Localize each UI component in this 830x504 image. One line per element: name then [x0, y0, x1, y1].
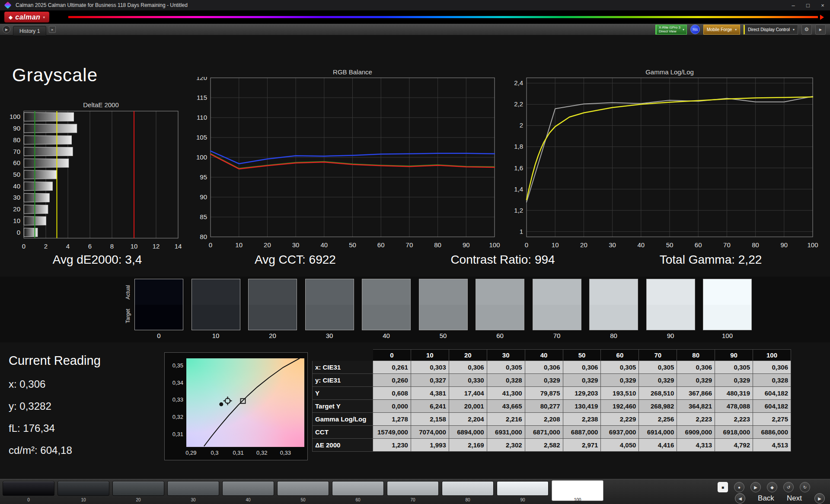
level-button-90[interactable] — [497, 481, 549, 496]
table-cell: 6918,000 — [715, 426, 753, 439]
table-cell: 0,328 — [487, 374, 525, 387]
svg-text:10: 10 — [552, 241, 559, 249]
table-row: CCT15749,0007074,0006894,0006931,0006871… — [313, 426, 791, 439]
gamma-chart-title: Gamma Log/Log — [527, 68, 813, 76]
table-cell: 6909,000 — [677, 426, 715, 439]
svg-text:90: 90 — [200, 193, 207, 201]
calman-app: Calman 2025 Calman Ultimate for Business… — [0, 0, 830, 504]
grayscale-swatch-50 — [419, 279, 468, 330]
maximize-button[interactable]: □ — [801, 0, 815, 10]
deltae-chart-title: DeltaE 2000 — [24, 101, 178, 108]
level-button-80[interactable] — [442, 481, 494, 496]
swatch-target — [192, 305, 240, 330]
redo-icon[interactable]: ↻ — [800, 482, 810, 492]
table-cell: 1,993 — [411, 439, 449, 452]
chevron-down-icon: ▾ — [683, 28, 684, 32]
title-bar: Calman 2025 Calman Ultimate for Business… — [0, 0, 830, 10]
level-button-20[interactable] — [112, 481, 164, 496]
level-button-70[interactable] — [387, 481, 439, 496]
target-icon[interactable]: ◆ — [767, 482, 777, 492]
history-more-button[interactable]: ▸ — [49, 26, 56, 33]
level-button-10[interactable] — [57, 481, 109, 496]
svg-text:1: 1 — [520, 228, 523, 235]
back-button[interactable]: Back — [758, 494, 774, 503]
meter-mode-badge[interactable]: 701 — [690, 25, 700, 34]
table-cell: 4,792 — [715, 439, 753, 452]
gear-icon[interactable]: ⚙ — [801, 25, 812, 35]
swatch-target — [362, 305, 410, 330]
reading-fl: fL: 176,34 — [9, 422, 101, 434]
table-cell: 0,306 — [449, 361, 487, 374]
svg-text:40: 40 — [13, 182, 20, 190]
grayscale-swatch-100 — [703, 279, 752, 330]
swatch-actual — [249, 279, 297, 305]
table-row-label: Target Y — [313, 400, 373, 413]
table-row-label: ΔE 2000 — [313, 439, 373, 452]
history-expand-button[interactable]: ▶ — [3, 26, 10, 33]
svg-text:115: 115 — [197, 94, 207, 101]
display-control-dropdown[interactable]: Direct Display Control ▾ — [744, 25, 798, 35]
svg-text:50: 50 — [13, 171, 20, 178]
calman-logo-menu[interactable]: ◆ calman ▾ — [4, 12, 49, 22]
table-cell: 4,513 — [753, 439, 791, 452]
table-cell: 0,329 — [677, 374, 715, 387]
minimize-button[interactable]: – — [786, 0, 801, 10]
svg-text:14: 14 — [175, 242, 182, 250]
table-row: Gamma Log/Log1,2782,1582,2042,2162,2082,… — [313, 413, 791, 426]
screen-icon[interactable]: ■ — [718, 482, 728, 492]
table-col-header: 10 — [411, 350, 449, 361]
rainbow-arrow-icon — [820, 15, 824, 20]
level-button-60[interactable] — [332, 481, 384, 496]
tab-history-1[interactable]: History 1 — [13, 26, 46, 35]
table-cell: 0,261 — [373, 361, 411, 374]
table-cell: 0,306 — [525, 361, 563, 374]
table-cell: 6937,000 — [601, 426, 639, 439]
meter-line1: X-Rite i1Pro 3 — [659, 26, 680, 29]
level-button-50[interactable] — [277, 481, 329, 496]
toolbar: ▶ History 1 ▸ X-Rite i1Pro 3 Direct View… — [0, 24, 830, 35]
svg-text:30: 30 — [292, 241, 300, 249]
next-circle-icon[interactable]: ▶ — [814, 493, 825, 504]
collapse-panel-button[interactable]: ▸ — [815, 25, 826, 35]
table-cell: 0,330 — [449, 374, 487, 387]
level-button-30[interactable] — [167, 481, 219, 496]
calman-logo-text: calman — [15, 13, 40, 21]
next-button[interactable]: Next — [787, 494, 802, 503]
svg-text:0,29: 0,29 — [185, 450, 196, 456]
level-label: 20 — [112, 498, 164, 502]
level-button-0[interactable] — [3, 481, 54, 496]
refresh-icon[interactable]: ↺ — [783, 482, 794, 492]
back-circle-icon[interactable]: ◀ — [735, 493, 745, 504]
svg-text:0,35: 0,35 — [172, 362, 183, 369]
level-label: 0 — [3, 498, 54, 502]
swatch-target — [419, 305, 467, 330]
table-cell: 2,256 — [639, 413, 677, 426]
table-cell: 2,216 — [487, 413, 525, 426]
swatch-target — [703, 305, 751, 330]
table-row: Y0,6084,38117,40441,30079,875129,203193,… — [313, 387, 791, 400]
table-cell: 15749,000 — [373, 426, 411, 439]
level-button-40[interactable] — [222, 481, 274, 496]
table-corner — [313, 350, 373, 361]
window-title: Calman 2025 Calman Ultimate for Business… — [16, 2, 188, 8]
table-cell: 2,208 — [525, 413, 563, 426]
svg-text:0,32: 0,32 — [256, 450, 267, 456]
table-cell: 2,229 — [601, 413, 639, 426]
swatch-label: 0 — [134, 332, 183, 339]
record-icon[interactable]: ● — [734, 482, 744, 492]
page-title: Grayscale — [12, 65, 98, 86]
deltae-chart-plot: 100908070605040302010002468101214 — [4, 110, 190, 252]
table-col-header: 70 — [639, 350, 677, 361]
svg-text:100: 100 — [489, 241, 500, 249]
source-select-dropdown[interactable]: Mobile Forge ▾ — [703, 25, 740, 35]
table-cell: 4,313 — [677, 439, 715, 452]
close-button[interactable]: × — [815, 0, 830, 10]
svg-text:40: 40 — [320, 241, 328, 249]
play-icon[interactable]: ▶ — [750, 482, 761, 492]
table-cell: 0,306 — [753, 361, 791, 374]
table-row: Target Y0,0006,24120,00143,66580,277130,… — [313, 400, 791, 413]
meter-select-dropdown[interactable]: X-Rite i1Pro 3 Direct View ▾ — [655, 25, 687, 35]
table-cell: 0,305 — [639, 361, 677, 374]
table-cell: 6,241 — [411, 400, 449, 413]
svg-text:20: 20 — [264, 241, 271, 249]
